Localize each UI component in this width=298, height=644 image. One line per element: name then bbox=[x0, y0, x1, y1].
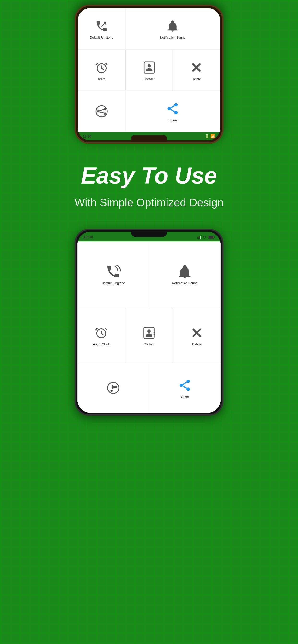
share-icon-top bbox=[165, 101, 181, 116]
share-label-top: Share bbox=[169, 118, 177, 122]
ringtone-label-top: Default Ringtone bbox=[90, 36, 113, 39]
app-grid-top: Share bbox=[78, 8, 220, 132]
page-container: 12:30 🔋 📶 bbox=[0, 0, 298, 425]
delete-cell-top[interactable]: Delete bbox=[173, 49, 220, 90]
share-label-bottom: Share bbox=[181, 395, 189, 398]
signal-bars-icon bbox=[197, 236, 201, 239]
alarm-cell-top[interactable]: Share bbox=[78, 49, 125, 90]
svg-line-21 bbox=[96, 63, 98, 65]
svg-line-3 bbox=[171, 110, 175, 112]
delete-label-top: Delete bbox=[192, 77, 201, 80]
alarm-label-top: Share bbox=[98, 78, 105, 80]
grid-row-2: Alarm Clock bbox=[77, 308, 221, 363]
alarm-icon-top bbox=[94, 60, 109, 76]
ringtone-label-bottom: Default Ringtone bbox=[102, 281, 125, 285]
notification-icon-bottom bbox=[177, 264, 192, 279]
svg-point-14 bbox=[147, 64, 151, 67]
svg-point-36 bbox=[147, 330, 151, 333]
phone-notch-top bbox=[131, 135, 167, 140]
grid-row-3: Share bbox=[77, 363, 221, 413]
svg-point-43 bbox=[110, 390, 112, 392]
wifi-icon bbox=[203, 236, 207, 239]
delete-label-bottom: Delete bbox=[192, 342, 201, 346]
status-icons-bottom bbox=[197, 236, 215, 239]
signal-icon-top: 📶 bbox=[210, 134, 215, 138]
music-icon-bottom bbox=[106, 380, 121, 396]
battery-icon bbox=[208, 236, 215, 239]
notification-icon-top bbox=[165, 18, 181, 34]
share-icon-cell-top[interactable] bbox=[78, 91, 125, 132]
status-time-top: 12:30 bbox=[83, 134, 91, 138]
svg-rect-29 bbox=[209, 236, 213, 238]
side-button-right bbox=[222, 268, 223, 285]
phone-bottom-wrapper: 12:30 bbox=[75, 229, 223, 416]
svg-line-34 bbox=[105, 328, 107, 330]
notification-label-bottom: Notification Sound bbox=[172, 281, 198, 285]
sub-heading: With Simple Optimized Design bbox=[74, 196, 223, 210]
alarm-label-bottom: Alarm Clock bbox=[93, 342, 110, 346]
phone-notch-bottom bbox=[131, 230, 167, 237]
svg-rect-26 bbox=[200, 236, 201, 239]
contact-cell-bottom[interactable]: Contact bbox=[125, 308, 173, 363]
svg-line-32 bbox=[101, 333, 103, 334]
svg-point-7 bbox=[97, 110, 99, 112]
ringtone-icon-top bbox=[94, 18, 109, 34]
share-icon-bottom bbox=[177, 378, 192, 393]
phone-frame-bottom: 12:30 bbox=[75, 229, 223, 416]
share-cell-bottom[interactable]: Share bbox=[149, 363, 221, 413]
svg-point-47 bbox=[180, 384, 183, 387]
battery-icon-top: 🔋 bbox=[205, 134, 209, 138]
share-cell-top[interactable]: Share bbox=[125, 91, 220, 132]
svg-line-22 bbox=[106, 63, 107, 65]
ringtone-cell-top[interactable]: Default Ringtone bbox=[78, 8, 125, 49]
phone-top-wrapper: 12:30 🔋 📶 bbox=[75, 5, 223, 144]
svg-point-45 bbox=[115, 386, 117, 388]
contact-icon-bottom bbox=[141, 325, 157, 340]
status-time-bottom: 12:30 bbox=[83, 235, 93, 239]
phone-screen-bottom: 12:30 bbox=[77, 232, 221, 413]
svg-line-50 bbox=[183, 382, 187, 384]
ringtone-cell-bottom[interactable]: Default Ringtone bbox=[77, 241, 149, 308]
notification-label-top: Notification Sound bbox=[160, 36, 186, 39]
delete-cell-bottom[interactable]: Delete bbox=[173, 308, 221, 363]
alarm-icon-bottom bbox=[94, 325, 109, 340]
app-grid-bottom: Default Ringtone Notification Sound bbox=[77, 241, 221, 413]
delete-icon-top bbox=[189, 60, 204, 75]
phone-screen-top: 12:30 🔋 📶 bbox=[78, 8, 220, 140]
svg-line-10 bbox=[99, 110, 104, 111]
main-heading: Easy To Use bbox=[74, 163, 223, 188]
contact-icon-top bbox=[141, 60, 157, 75]
ringtone-icon-bottom bbox=[106, 264, 121, 279]
svg-point-46 bbox=[186, 380, 190, 383]
notification-cell-bottom[interactable]: Notification Sound bbox=[149, 241, 221, 308]
contact-label-bottom: Contact bbox=[144, 342, 155, 346]
svg-point-1 bbox=[168, 107, 171, 110]
svg-line-49 bbox=[183, 386, 187, 388]
side-button-left bbox=[75, 264, 76, 276]
svg-rect-24 bbox=[198, 237, 199, 239]
svg-line-9 bbox=[99, 112, 104, 113]
svg-line-4 bbox=[171, 106, 175, 108]
svg-rect-23 bbox=[197, 238, 198, 239]
phone-frame-top: 12:30 🔋 📶 bbox=[75, 5, 223, 144]
delete-icon-bottom bbox=[189, 325, 204, 340]
contact-cell-top[interactable]: Contact bbox=[125, 49, 173, 90]
music-cell-bottom[interactable] bbox=[77, 363, 149, 413]
notification-cell-top[interactable]: Notification Sound bbox=[125, 8, 220, 49]
svg-rect-28 bbox=[214, 236, 215, 238]
grid-row-1: Default Ringtone Notification Sound bbox=[77, 241, 221, 308]
share-circle-icon-top bbox=[94, 104, 109, 119]
svg-line-33 bbox=[96, 328, 97, 330]
contact-label-top: Contact bbox=[144, 77, 155, 80]
svg-rect-25 bbox=[199, 236, 200, 239]
svg-line-20 bbox=[102, 68, 103, 70]
svg-point-48 bbox=[186, 388, 190, 391]
svg-point-0 bbox=[175, 103, 178, 106]
status-icons-top: 🔋 📶 bbox=[205, 134, 215, 138]
middle-text-section: Easy To Use With Simple Optimized Design bbox=[60, 144, 238, 224]
alarm-cell-bottom[interactable]: Alarm Clock bbox=[77, 308, 125, 363]
svg-point-2 bbox=[175, 111, 178, 114]
